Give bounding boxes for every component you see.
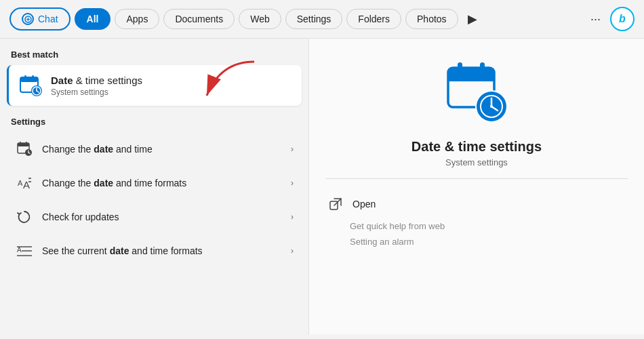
right-panel-actions: Open Get quick help from web Setting an … [325, 190, 628, 250]
settings-item-change-datetime[interactable]: Change the date and time › [4, 132, 304, 166]
chat-icon [22, 13, 34, 25]
play-icon: ▶ [468, 12, 477, 26]
quick-help-label: Get quick help from web [325, 218, 628, 234]
chevron-right-icon-3: › [291, 212, 294, 222]
best-match-subtitle: System settings [51, 87, 142, 97]
right-panel-icon-area [443, 58, 510, 128]
settings-item-change-formats-text: Change the date and time formats [42, 178, 283, 188]
settings-item-check-updates[interactable]: Check for updates › [4, 200, 304, 234]
best-match-item[interactable]: Date & time settings System settings [7, 65, 302, 106]
svg-point-37 [490, 105, 493, 108]
filter-documents-label: Documents [175, 14, 223, 24]
svg-rect-4 [20, 77, 38, 82]
filter-settings-label: Settings [297, 14, 331, 24]
right-panel: Date & time settings System settings Ope… [308, 39, 644, 334]
open-label: Open [353, 199, 376, 210]
best-match-text: Date & time settings System settings [51, 75, 142, 97]
svg-text:A: A [23, 179, 30, 191]
right-panel-datetime-icon [443, 58, 510, 125]
right-panel-title: Date & time settings [411, 139, 542, 155]
svg-text:A: A [18, 179, 23, 187]
right-action-open[interactable]: Open [325, 190, 628, 218]
right-panel-divider [325, 178, 628, 179]
red-arrow [200, 58, 261, 108]
filter-apps-button[interactable]: Apps [115, 9, 159, 29]
filter-more-button[interactable]: ··· [585, 9, 606, 29]
settings-item-see-formats[interactable]: A See the current date and time formats … [4, 234, 304, 268]
settings-formats-icon: A A [15, 174, 34, 193]
filter-bar: Chat All Apps Documents Web Settings Fol… [0, 0, 644, 39]
filter-settings-button[interactable]: Settings [285, 9, 343, 29]
filter-chat-button[interactable]: Chat [9, 7, 71, 31]
chevron-right-icon-2: › [291, 178, 294, 188]
settings-section: Change the date and time › A A Change th… [0, 132, 308, 268]
svg-rect-30 [458, 62, 462, 72]
svg-rect-13 [18, 143, 29, 146]
right-panel-subtitle: System settings [445, 157, 508, 167]
date-time-icon [18, 73, 43, 98]
filter-folders-label: Folders [358, 14, 390, 24]
best-match-label: Best match [0, 49, 308, 65]
chevron-right-icon-4: › [291, 246, 294, 256]
svg-rect-5 [24, 75, 26, 79]
svg-rect-31 [480, 62, 485, 72]
chevron-right-icon: › [291, 144, 294, 154]
filter-web-label: Web [250, 14, 270, 24]
bing-icon: b [619, 13, 626, 25]
filter-all-label: All [87, 14, 99, 24]
setting-alarm-label: Setting an alarm [325, 234, 628, 250]
svg-rect-29 [448, 75, 494, 81]
settings-section-label: Settings [0, 117, 308, 132]
filter-web-button[interactable]: Web [239, 9, 281, 29]
bing-button[interactable]: b [610, 7, 635, 31]
filter-documents-button[interactable]: Documents [163, 9, 235, 29]
filter-play-button[interactable]: ▶ [462, 9, 483, 29]
settings-item-check-updates-text: Check for updates [42, 212, 283, 222]
more-icon: ··· [590, 12, 601, 26]
filter-folders-button[interactable]: Folders [346, 9, 401, 29]
filter-chat-label: Chat [38, 14, 58, 24]
best-match-title: Date & time settings [51, 75, 142, 86]
settings-updates-icon [15, 207, 34, 226]
filter-photos-label: Photos [417, 14, 447, 24]
external-link-icon [328, 197, 343, 212]
settings-see-formats-icon: A [15, 241, 34, 260]
settings-item-change-formats[interactable]: A A Change the date and time formats › [4, 166, 304, 200]
svg-rect-6 [32, 75, 34, 79]
settings-item-change-datetime-text: Change the date and time [42, 144, 283, 155]
filter-all-button[interactable]: All [75, 8, 111, 30]
main-content: Best match [0, 39, 644, 334]
settings-item-see-formats-text: See the current date and time formats [42, 245, 283, 256]
filter-photos-button[interactable]: Photos [405, 9, 458, 29]
left-panel: Best match [0, 39, 308, 334]
filter-apps-label: Apps [126, 14, 148, 24]
settings-datetime-icon [15, 140, 34, 159]
